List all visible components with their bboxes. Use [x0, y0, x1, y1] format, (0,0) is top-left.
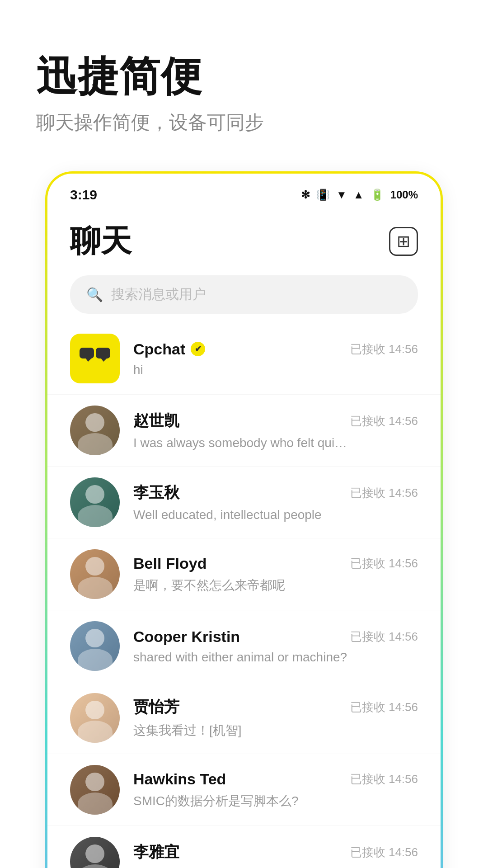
chat-content-jia: 贾怡芳 已接收 14:56 这集我看过！[机智] — [133, 697, 418, 739]
bluetooth-icon: ✻ — [301, 189, 310, 201]
chat-content-zhao: 赵世凯 已接收 14:56 I was always somebody who … — [133, 410, 418, 450]
chat-item-cooper[interactable]: Cooper Kristin 已接收 14:56 shared with eit… — [47, 610, 441, 682]
chat-name-hawkins: Hawkins Ted — [133, 770, 226, 788]
avatar-hawkins — [70, 765, 120, 815]
chat-time-liya: 已接收 14:56 — [350, 844, 418, 860]
chat-name-bell: Bell Floyd — [133, 555, 206, 572]
chat-item-cpchat[interactable]: Cpchat ✔ 已接收 14:56 hi — [47, 323, 441, 395]
chat-content-cooper: Cooper Kristin 已接收 14:56 shared with eit… — [133, 628, 418, 665]
main-subtitle: 聊天操作简便，设备可同步 — [36, 110, 452, 135]
chat-row-zhao: 赵世凯 已接收 14:56 — [133, 410, 418, 431]
chat-time-hawkins: 已接收 14:56 — [350, 771, 418, 787]
chat-item-hawkins[interactable]: Hawkins Ted 已接收 14:56 SMIC的数据分析是写脚本么? — [47, 754, 441, 826]
chat-content-hawkins: Hawkins Ted 已接收 14:56 SMIC的数据分析是写脚本么? — [133, 770, 418, 810]
chat-preview-cpchat: hi — [133, 363, 350, 377]
battery-icon: 🔋 — [371, 189, 384, 201]
chat-content-li: 李玉秋 已接收 14:56 Well educated, intellectua… — [133, 482, 418, 522]
chat-time-bell: 已接收 14:56 — [350, 556, 418, 571]
chat-time-jia: 已接收 14:56 — [350, 699, 418, 715]
chat-preview-li: Well educated, intellectual people — [133, 508, 350, 522]
add-chat-button[interactable]: ⊞ — [389, 227, 418, 256]
plus-icon: ⊞ — [397, 232, 410, 251]
vibrate-icon: 📳 — [316, 189, 330, 201]
avatar-jia — [70, 693, 120, 743]
signal-icon: ▲ — [353, 189, 364, 201]
chat-time-cpchat: 已接收 14:56 — [350, 341, 418, 357]
avatar-bell — [70, 549, 120, 599]
wifi-icon: ▼ — [336, 189, 347, 201]
chat-name-cpchat: Cpchat ✔ — [133, 340, 205, 358]
chat-preview-bell: 是啊，要不然怎么来帝都呢 — [133, 577, 350, 594]
avatar-liya — [70, 837, 120, 868]
chat-item-li[interactable]: 李玉秋 已接收 14:56 Well educated, intellectua… — [47, 467, 441, 538]
chat-row-liya: 李雅宜 已接收 14:56 — [133, 842, 418, 863]
chat-time-cooper: 已接收 14:56 — [350, 629, 418, 645]
chat-row-jia: 贾怡芳 已接收 14:56 — [133, 697, 418, 717]
status-time: 3:19 — [70, 187, 97, 203]
chat-row-cpchat: Cpchat ✔ 已接收 14:56 — [133, 340, 418, 358]
chat-list: Cpchat ✔ 已接收 14:56 hi 赵世凯 已接收 14:56 — [47, 323, 441, 868]
phone-frame: 3:19 ✻ 📳 ▼ ▲ 🔋 100% 聊天 ⊞ 🔍 搜索消息或用户 — [45, 171, 443, 868]
battery-percent: 100% — [390, 189, 418, 201]
chat-row-hawkins: Hawkins Ted 已接收 14:56 — [133, 770, 418, 788]
verified-badge: ✔ — [191, 342, 205, 356]
chat-preview-zhao: I was always somebody who felt quite ... — [133, 436, 350, 450]
search-placeholder: 搜索消息或用户 — [111, 285, 206, 304]
avatar-cpchat — [70, 334, 120, 383]
app-title: 聊天 — [70, 221, 131, 262]
chat-time-li: 已接收 14:56 — [350, 485, 418, 501]
main-title: 迅捷简便 — [36, 54, 452, 99]
chat-row-bell: Bell Floyd 已接收 14:56 — [133, 555, 418, 572]
status-bar: 3:19 ✻ 📳 ▼ ▲ 🔋 100% — [47, 174, 441, 207]
chat-preview-cooper: shared with either animal or machine? — [133, 650, 350, 665]
chat-preview-hawkins: SMIC的数据分析是写脚本么? — [133, 793, 350, 810]
chat-item-jia[interactable]: 贾怡芳 已接收 14:56 这集我看过！[机智] — [47, 682, 441, 754]
chat-name-jia: 贾怡芳 — [133, 697, 179, 717]
chat-preview-jia: 这集我看过！[机智] — [133, 722, 350, 739]
chat-name-liya: 李雅宜 — [133, 842, 179, 863]
chat-content-bell: Bell Floyd 已接收 14:56 是啊，要不然怎么来帝都呢 — [133, 555, 418, 594]
status-icons: ✻ 📳 ▼ ▲ 🔋 100% — [301, 189, 418, 201]
search-bar[interactable]: 🔍 搜索消息或用户 — [70, 275, 418, 314]
chat-item-bell[interactable]: Bell Floyd 已接收 14:56 是啊，要不然怎么来帝都呢 — [47, 538, 441, 610]
app-header: 聊天 ⊞ — [47, 207, 441, 271]
chat-row-li: 李玉秋 已接收 14:56 — [133, 482, 418, 503]
avatar-cooper — [70, 621, 120, 671]
chat-content-cpchat: Cpchat ✔ 已接收 14:56 hi — [133, 340, 418, 377]
avatar-zhao — [70, 406, 120, 455]
chat-content-liya: 李雅宜 已接收 14:56 Are we human because of un… — [133, 842, 418, 868]
avatar-li — [70, 477, 120, 527]
search-icon: 🔍 — [86, 287, 103, 302]
chat-item-zhao[interactable]: 赵世凯 已接收 14:56 I was always somebody who … — [47, 395, 441, 467]
chat-time-zhao: 已接收 14:56 — [350, 413, 418, 429]
chat-row-cooper: Cooper Kristin 已接收 14:56 — [133, 628, 418, 646]
chat-name-li: 李玉秋 — [133, 482, 179, 503]
chat-name-cooper: Cooper Kristin — [133, 628, 240, 646]
chat-name-zhao: 赵世凯 — [133, 410, 179, 431]
page-header: 迅捷简便 聊天操作简便，设备可同步 — [0, 0, 488, 162]
chat-item-liya[interactable]: 李雅宜 已接收 14:56 Are we human because of un… — [47, 826, 441, 868]
